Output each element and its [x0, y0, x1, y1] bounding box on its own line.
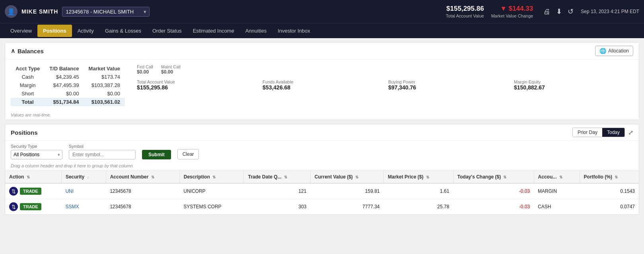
fed-call-item: Fed Call $0.00 [137, 64, 153, 75]
positions-header: Positions Prior Day Today ⤢ [5, 124, 639, 141]
col-header-action: Action ⇅ [5, 171, 61, 184]
symbol-input[interactable] [69, 150, 136, 159]
positions-header-right: Prior Day Today ⤢ [572, 128, 633, 137]
action-group-0: ⇅ TRADE [9, 187, 57, 196]
summary-funds-value: $53,426.68 [263, 84, 382, 91]
nav-positions[interactable]: Positions [37, 25, 72, 37]
arrow-button-1[interactable]: ⇅ [9, 202, 18, 211]
market-change-label: Market Value Change [491, 13, 533, 19]
summary-buying-value: $97,340.76 [388, 84, 508, 91]
nav-order-status[interactable]: Order Status [147, 25, 187, 37]
col-header-account-number: Account Number ⇅ [106, 171, 179, 184]
acct-type-sort-icon[interactable]: ⇅ [559, 175, 562, 179]
col-td-balance: T/D Balance [45, 64, 84, 73]
todays-change-cell-0: -0.03 [453, 183, 534, 199]
market-change-amount: ▼ $144.33 [491, 4, 533, 13]
nav-gains-losses[interactable]: Gains & Losses [99, 25, 147, 37]
trade-button-0[interactable]: TRADE [20, 188, 41, 195]
account-number-cell-1: 12345678 [106, 199, 179, 215]
security-type-filter: Security Type All Positions Equities Opt… [11, 144, 62, 159]
symbol-cell-1: SSMX [61, 199, 106, 215]
user-icon: 👤 [5, 5, 18, 18]
download-icon[interactable]: ⬇ [556, 7, 562, 16]
summary-buying-power: Buying Power $97,340.76 [388, 79, 508, 91]
trade-date-sort-icon[interactable]: ⇅ [284, 175, 287, 179]
todays-change-sort-icon[interactable]: ⇅ [503, 175, 506, 179]
today-button[interactable]: Today [602, 128, 625, 137]
acct-type-total: Total [11, 98, 45, 106]
nav-annuities[interactable]: Annuities [240, 25, 272, 37]
portfolio-pct-cell-1: 0.0747 [580, 199, 639, 215]
allocation-label: Allocation [608, 48, 629, 54]
submit-button[interactable]: Submit [142, 150, 171, 159]
security-sort-icon[interactable]: ↓ [87, 175, 89, 179]
datetime: Sep 13, 2023 4:21 PM EDT [581, 9, 639, 14]
balances-body: Acct Type T/D Balance Market Value Cash … [5, 60, 639, 111]
portfolio-pct-cell-0: 0.1543 [580, 183, 639, 199]
col-header-security: Security ↓ [61, 171, 106, 184]
fed-maint-row: Fed Call $0.00 Maint Call $0.00 [137, 64, 633, 75]
td-balance-cash: $4,239.45 [45, 73, 84, 81]
table-row: ⇅ TRADE SSMX 12345678 SYSTEMS CORP 303 7… [5, 199, 639, 215]
account-type-cell-1: CASH [534, 199, 580, 215]
td-balance-margin: $47,495.39 [45, 81, 84, 89]
market-value-cash: $173.74 [84, 73, 125, 81]
market-price-sort-icon[interactable]: ⇅ [426, 175, 429, 179]
security-type-label: Security Type [11, 144, 62, 149]
description-cell-0: UNICORP [179, 183, 244, 199]
clear-button[interactable]: Clear [177, 149, 199, 159]
security-type-select[interactable]: All Positions Equities Options Mutual Fu… [11, 150, 62, 159]
balances-section: ∧ Balances 🌐 Allocation Acct Type T/D Ba… [5, 42, 639, 120]
desc-sort-icon[interactable]: ⇅ [212, 175, 216, 179]
td-balance-short: $0.00 [45, 89, 84, 98]
portfolio-sort-icon[interactable]: ⇅ [615, 175, 618, 179]
nav-overview[interactable]: Overview [5, 25, 37, 37]
positions-section: Positions Prior Day Today ⤢ Security Typ… [5, 124, 639, 215]
col-header-description: Description ⇅ [179, 171, 244, 184]
action-group-1: ⇅ TRADE [9, 202, 57, 211]
allocation-button[interactable]: 🌐 Allocation [595, 46, 633, 56]
col-header-current-value: Current Value ($) ⇅ [310, 171, 383, 184]
balances-right: Fed Call $0.00 Maint Call $0.00 Total Ac… [137, 64, 633, 106]
maint-call-value: $0.00 [161, 69, 181, 75]
current-value-sort-icon[interactable]: ⇅ [355, 175, 358, 179]
col-header-portfolio: Portfolio (%) ⇅ [580, 171, 639, 184]
col-header-todays-change: Today's Change ($) ⇅ [453, 171, 534, 184]
summary-buying-label: Buying Power [388, 79, 508, 84]
acct-type-short: Short [11, 89, 45, 98]
positions-table-header-row: Action ⇅ Security ↓ Account Number ⇅ Des… [5, 171, 639, 184]
symbol-link-1[interactable]: SSMX [65, 204, 79, 209]
symbol-label: Symbol [69, 144, 136, 149]
current-value-cell-0: 159.81 [310, 183, 383, 199]
market-change-block: ▼ $144.33 Market Value Change [491, 4, 533, 19]
nav-estimated-income[interactable]: Estimated Income [187, 25, 240, 37]
summary-total-value: $155,295.86 [137, 84, 256, 91]
balances-header: ∧ Balances 🌐 Allocation [5, 43, 639, 60]
summary-margin-equity: Margin Equity $150,882.67 [514, 79, 633, 91]
acct-num-sort-icon[interactable]: ⇅ [151, 175, 154, 179]
arrow-button-0[interactable]: ⇅ [9, 187, 18, 196]
collapse-icon[interactable]: ∧ [11, 47, 15, 54]
current-value-cell-1: 7777.34 [310, 199, 383, 215]
balance-row-short: Short $0.00 $0.00 [11, 89, 125, 98]
navbar: Overview Positions Activity Gains & Loss… [0, 23, 644, 38]
trade-button-1[interactable]: TRADE [20, 203, 41, 210]
balances-table: Acct Type T/D Balance Market Value Cash … [11, 64, 125, 106]
fed-call-value: $0.00 [137, 69, 153, 75]
refresh-icon[interactable]: ↺ [568, 7, 574, 16]
prior-day-button[interactable]: Prior Day [573, 128, 602, 137]
expand-icon[interactable]: ⤢ [628, 129, 633, 136]
account-selector[interactable]: 12345678 - MICHAEL SMITH [62, 7, 150, 17]
print-icon[interactable]: 🖨 [543, 8, 551, 16]
market-value-short: $0.00 [84, 89, 125, 98]
todays-change-cell-1: -0.03 [453, 199, 534, 215]
acct-type-cash: Cash [11, 73, 45, 81]
acct-type-margin: Margin [11, 81, 45, 89]
action-sort-icon[interactable]: ⇅ [27, 175, 30, 179]
security-type-select-wrap: All Positions Equities Options Mutual Fu… [11, 150, 62, 159]
table-row: ⇅ TRADE UNI 12345678 UNICORP 121 159.81 … [5, 183, 639, 199]
nav-investor-inbox[interactable]: Investor Inbox [272, 25, 316, 37]
balances-title-group: ∧ Balances [11, 47, 44, 54]
nav-activity[interactable]: Activity [72, 25, 99, 37]
symbol-link-0[interactable]: UNI [65, 188, 74, 194]
